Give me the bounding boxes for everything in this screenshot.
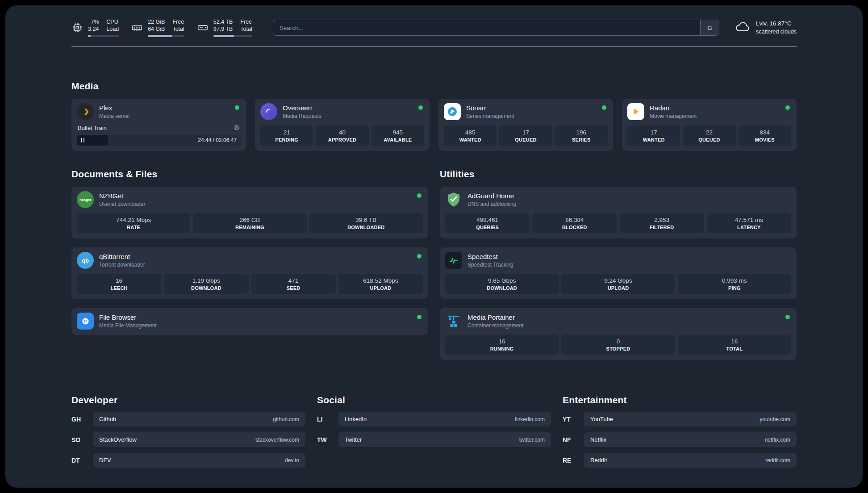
stat-value: 1.19 Gbps [166, 277, 246, 284]
bookmark-name: Netflix [590, 436, 606, 443]
nzbget-icon: nzbget [77, 191, 94, 208]
pause-icon[interactable] [81, 138, 84, 142]
search-input[interactable] [273, 20, 700, 35]
stat-label: PENDING [262, 137, 311, 142]
memory-label-1: Free [172, 18, 184, 25]
disk-label-2: Total [240, 25, 252, 33]
bookmark-name: DEV [99, 457, 111, 464]
stat-box: 945 AVAILABLE [371, 125, 424, 146]
section-title-developer: Developer [71, 395, 305, 405]
bookmark-link[interactable]: DEV dev.to [93, 453, 305, 468]
stat-box: 1.19 Gbps DOWNLOAD [164, 274, 248, 294]
bookmark-twitter: TW Twitter twitter.com [317, 432, 551, 447]
section-title-documents: Documents & Files [71, 169, 428, 180]
disk-total-value: 97.9 TB [213, 25, 233, 33]
app-card-filebrowser[interactable]: File Browser Media File Management [71, 308, 428, 335]
stat-box: 9.24 Gbps UPLOAD [561, 274, 675, 294]
stat-value: 16 [680, 338, 789, 345]
stat-value: 945 [373, 129, 422, 136]
bookmark-abbr: DT [71, 457, 93, 464]
stat-label: DOWNLOAD [166, 285, 246, 291]
app-card-speedtest[interactable]: Speedtest Speedtest Tracking 9.65 Gbps D… [440, 247, 797, 299]
app-card-sonarr[interactable]: Sonarr Series management 485 WANTED 17 Q… [438, 99, 613, 151]
bookmark-name: Github [99, 416, 116, 422]
stat-value: 196 [557, 129, 606, 136]
stat-value: 40 [317, 129, 367, 136]
bookmark-link[interactable]: Netflix netflix.com [584, 432, 797, 447]
bookmark-name: YouTube [590, 416, 613, 422]
app-name: NZBGet [99, 192, 145, 200]
bookmark-link[interactable]: YouTube youtube.com [584, 412, 797, 426]
stat-label: WANTED [629, 137, 678, 142]
bookmark-name: StackOverflow [99, 436, 137, 443]
stat-box: 16 RUNNING [445, 334, 559, 355]
memory-label-2: Total [172, 25, 184, 33]
stat-box: 834 MOVIES [739, 125, 791, 146]
app-card-adguard[interactable]: AdGuard Home DNS and adblocking 498,461 … [440, 187, 797, 238]
bookmark-link[interactable]: LinkedIn linkedin.com [338, 412, 551, 426]
bookmark-link[interactable]: StackOverflow stackoverflow.com [93, 432, 305, 447]
cpu-progress-bar [88, 35, 119, 37]
stat-box: 266 GB REMAINING [193, 213, 306, 233]
bookmark-domain: github.com [273, 416, 299, 422]
stat-box: 485 WANTED [444, 125, 497, 146]
cpu-percent: 7% [91, 18, 99, 25]
now-playing-widget: Bullet Train ⚙ 24:44 / 02:06:47 [77, 124, 241, 146]
dashboard: 7% 3.24 CPU Load [5, 5, 863, 488]
app-subtitle: Media Requests [283, 113, 321, 119]
bookmark-dev: DT DEV dev.to [71, 453, 305, 468]
stat-box: 39.6 TB DOWNLOADED [309, 213, 423, 233]
bookmark-domain: stackoverflow.com [255, 437, 299, 443]
stat-label: QUERIES [447, 225, 528, 230]
bookmark-link[interactable]: Reddit reddit.com [584, 453, 797, 468]
bookmark-abbr: TW [317, 436, 338, 443]
radarr-icon [627, 103, 644, 120]
app-card-qbittorrent[interactable]: qb qBittorrent Torrent downloader 16 LEE… [71, 247, 428, 299]
stat-label: BLOCKED [534, 225, 615, 230]
app-subtitle: Media File Management [99, 322, 157, 329]
gear-icon[interactable]: ⚙ [234, 124, 240, 132]
status-dot [785, 105, 790, 110]
status-dot [417, 254, 421, 259]
stat-label: APPROVED [317, 137, 367, 142]
section-title-social: Social [317, 395, 551, 405]
status-dot [417, 315, 421, 319]
stat-label: DOWNLOADED [311, 225, 421, 230]
stat-value: 47.571 ms [709, 217, 789, 223]
app-card-plex[interactable]: Plex Media server Bullet Train ⚙ 24:44 / [71, 99, 246, 151]
playback-progress-bar[interactable]: 24:44 / 02:06:47 [77, 135, 241, 146]
weather-location: Lviv, 16.87°C [756, 20, 797, 28]
status-dot [785, 315, 790, 319]
bookmark-link[interactable]: Github github.com [93, 412, 305, 426]
memory-total-value: 64 GiB [148, 25, 165, 33]
cpu-widget: 7% 3.24 CPU Load [71, 18, 119, 38]
stat-value: 266 GB [195, 217, 305, 223]
section-utilities: Utilities AdGuard Home [440, 169, 797, 360]
stat-box: 9.65 Gbps DOWNLOAD [445, 274, 559, 294]
status-dot [418, 105, 423, 110]
stat-value: 2,953 [622, 217, 702, 223]
app-name: qBittorrent [99, 253, 145, 260]
qbittorrent-icon: qb [77, 252, 94, 269]
app-card-overseerr[interactable]: Overseerr Media Requests 21 PENDING 40 A… [255, 99, 430, 151]
bookmark-link[interactable]: Twitter twitter.com [338, 432, 551, 447]
stat-box: 47.571 ms LATENCY [707, 213, 791, 233]
bookmark-abbr: NF [563, 436, 584, 443]
status-dot [417, 193, 421, 198]
bookmark-group-developer: Developer GH Github github.com SO StackO… [71, 395, 305, 468]
stat-label: MOVIES [740, 137, 789, 142]
memory-icon [131, 22, 143, 33]
disk-label-1: Free [240, 18, 252, 25]
app-name: AdGuard Home [467, 192, 516, 200]
app-name: Overseerr [283, 104, 321, 112]
app-card-nzbget[interactable]: nzbget NZBGet Usenet downloader 744.21 M… [71, 187, 428, 238]
stat-box: 471 SEED [251, 274, 336, 294]
stat-value: 744.21 Mbps [79, 217, 188, 223]
app-card-portainer[interactable]: Media Portainer Container management 16 … [440, 308, 797, 360]
cloud-icon [734, 21, 751, 35]
stat-value: 0.993 ms [680, 277, 789, 284]
stat-label: FILTERED [622, 225, 702, 230]
search-provider-button[interactable]: G [700, 20, 719, 35]
search-bar: G [273, 20, 719, 36]
app-card-radarr[interactable]: Radarr Movie management 17 WANTED 22 QUE… [622, 99, 797, 151]
